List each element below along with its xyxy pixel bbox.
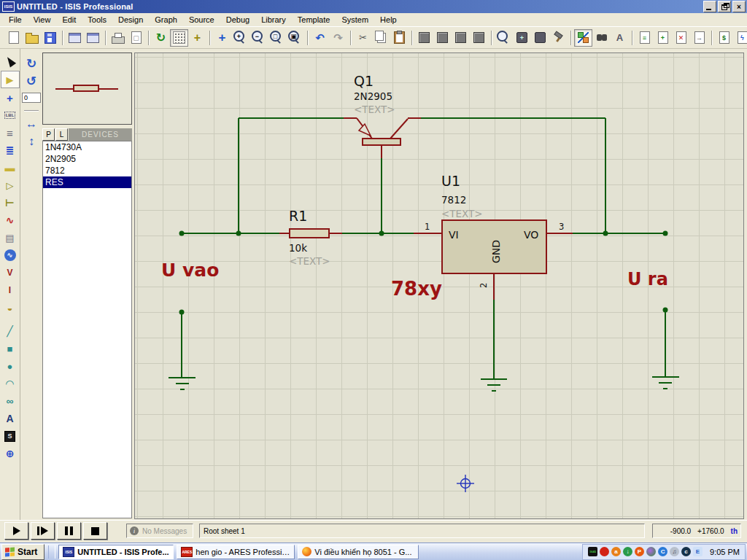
current-probe-mode-icon[interactable]: I [1, 282, 19, 298]
text-script-mode-icon[interactable]: ≡ [1, 125, 19, 141]
menu-design[interactable]: Design [112, 14, 149, 26]
antivirus-shield-icon[interactable] [600, 547, 609, 556]
start-button[interactable]: Start [1, 544, 44, 560]
net-label-u-vao[interactable]: U vao [161, 260, 219, 281]
mark-output-area-icon[interactable]: ▢ [127, 29, 145, 47]
menu-help[interactable]: Help [374, 14, 403, 26]
internet-explorer-icon[interactable]: E [693, 547, 703, 556]
cleaner-icon[interactable]: c [681, 547, 691, 556]
open-folder-icon[interactable] [23, 29, 41, 47]
component-preview-pane[interactable] [42, 52, 132, 125]
menu-edit[interactable]: Edit [56, 14, 82, 26]
terminal-mode-icon[interactable]: ▷ [1, 177, 19, 193]
rotation-angle-field[interactable]: 0 [22, 93, 41, 103]
transistor-base-bar[interactable] [363, 139, 400, 145]
u1-text-placeholder[interactable]: <TEXT> [441, 208, 483, 219]
menu-graph[interactable]: Graph [149, 14, 183, 26]
redo-icon[interactable]: ↷ [329, 29, 347, 47]
export-section-icon[interactable] [84, 29, 102, 47]
menu-view[interactable]: View [28, 14, 57, 26]
2d-line-mode-icon[interactable]: ╱ [1, 323, 19, 339]
junction-dots[interactable] [179, 231, 668, 315]
save-file-icon[interactable] [41, 29, 59, 47]
menu-tools[interactable]: Tools [82, 14, 112, 26]
u1-ref-label[interactable]: U1 [441, 173, 460, 189]
play-button[interactable] [4, 522, 28, 540]
pick-device-icon[interactable] [495, 29, 513, 47]
step-button[interactable] [31, 522, 55, 540]
bill-of-materials-icon[interactable]: $ [715, 29, 733, 47]
device-item[interactable]: 1N4730A [43, 141, 131, 153]
paste-icon[interactable] [390, 29, 409, 47]
ide-status-icon[interactable]: 1645 [588, 547, 597, 556]
taskbar-task[interactable]: Vi điều khiển họ 8051 - G... [298, 545, 419, 559]
toggle-grid-icon[interactable] [170, 29, 188, 47]
2d-text-mode-icon[interactable]: A [1, 411, 19, 427]
origin-icon[interactable]: + [188, 29, 206, 47]
u1-value-label[interactable]: 7812 [441, 194, 466, 206]
zoom-in-icon[interactable]: + [231, 29, 249, 47]
junction-dot-mode-icon[interactable]: + [1, 90, 19, 106]
pause-button[interactable] [57, 522, 81, 540]
zoom-out-icon[interactable]: − [249, 29, 268, 47]
q1-ref-label[interactable]: Q1 [354, 73, 374, 89]
block-delete-icon[interactable] [470, 29, 488, 47]
picasa-icon[interactable]: P [635, 547, 644, 556]
net-label-u-ra[interactable]: U ra [627, 269, 668, 289]
taskbar-task[interactable]: ISISUNTITLED - ISIS Profe... [58, 545, 174, 559]
wire-net[interactable] [182, 118, 665, 379]
device-pin-mode-icon[interactable]: ⊢ [1, 195, 19, 211]
refresh-display-icon[interactable]: ↻ [152, 29, 170, 47]
devices-list[interactable]: 1N4730A2N29057812RES [42, 141, 132, 518]
minimize-button-icon[interactable] [703, 1, 716, 12]
2d-circle-mode-icon[interactable]: ● [1, 358, 19, 374]
zoom-area-icon[interactable]: ▣ [286, 29, 304, 47]
electrical-rules-check-icon[interactable]: ϟ [733, 29, 747, 47]
2d-path-mode-icon[interactable]: ∞ [1, 393, 19, 409]
block-move-icon[interactable] [433, 29, 452, 47]
undo-icon[interactable]: ↶ [311, 29, 329, 47]
globe-icon[interactable] [646, 547, 656, 556]
message-panel[interactable]: i No Messages [126, 524, 193, 538]
stop-button[interactable] [83, 522, 107, 540]
packaging-tool-icon[interactable] [531, 29, 549, 47]
block-copy-icon[interactable] [415, 29, 433, 47]
q1-text-placeholder[interactable]: <TEXT> [354, 104, 395, 115]
component-mode-icon[interactable]: ▶ [1, 71, 20, 88]
rotate-clockwise-icon[interactable]: ↻ [23, 55, 40, 71]
generator-mode-icon[interactable]: ∿ [1, 247, 19, 263]
2d-marker-mode-icon[interactable]: ⊕ [1, 446, 19, 462]
vertical-mirror-icon[interactable]: ↕ [23, 133, 40, 149]
q1-value-label[interactable]: 2N2905 [354, 90, 392, 102]
block-rotate-icon[interactable] [452, 29, 470, 47]
2d-arc-mode-icon[interactable]: ◠ [1, 376, 19, 392]
zoom-all-icon[interactable]: □ [268, 29, 286, 47]
make-device-icon[interactable]: + [513, 29, 531, 47]
menu-file[interactable]: File [3, 14, 28, 26]
decompose-icon[interactable] [549, 29, 568, 47]
2d-symbol-mode-icon[interactable]: S [1, 428, 19, 444]
search-tag-icon[interactable] [592, 29, 611, 47]
rotate-anticlockwise-icon[interactable]: ↺ [23, 73, 40, 89]
pan-icon[interactable]: + [213, 29, 231, 47]
virtual-instruments-mode-icon[interactable]: ◒ [1, 300, 19, 316]
device-item[interactable]: RES [43, 176, 131, 188]
library-manager-button[interactable]: L [55, 128, 68, 141]
new-file-icon[interactable] [4, 29, 23, 47]
r1-ref-label[interactable]: R1 [289, 208, 307, 224]
ground-symbol-middle[interactable] [481, 379, 507, 391]
ground-symbols[interactable] [169, 377, 679, 391]
horizontal-mirror-icon[interactable]: ↔ [23, 116, 40, 132]
property-assignment-icon[interactable]: A [611, 29, 629, 47]
restore-button-icon[interactable] [718, 1, 731, 12]
wire-label-mode-icon[interactable]: LBL [1, 107, 19, 123]
print-icon[interactable] [109, 29, 127, 47]
menu-source[interactable]: Source [183, 14, 220, 26]
ground-symbol-right[interactable] [652, 377, 679, 389]
2d-box-mode-icon[interactable]: ■ [1, 341, 19, 357]
import-section-icon[interactable] [66, 29, 84, 47]
r1-text-placeholder[interactable]: <TEXT> [289, 255, 330, 267]
taskbar-task[interactable]: AREShen gio - ARES Professional [177, 545, 295, 559]
download-manager-icon[interactable]: ↓ [623, 547, 632, 556]
graph-mode-icon[interactable]: ∿ [1, 212, 19, 228]
